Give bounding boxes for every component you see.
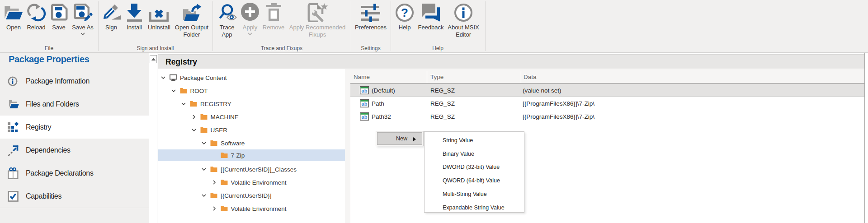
svg-text:?: ? [401, 6, 408, 19]
svg-text:ab: ab [362, 88, 368, 93]
svg-text:ab: ab [362, 114, 368, 120]
svg-text:ab: ab [362, 101, 368, 107]
